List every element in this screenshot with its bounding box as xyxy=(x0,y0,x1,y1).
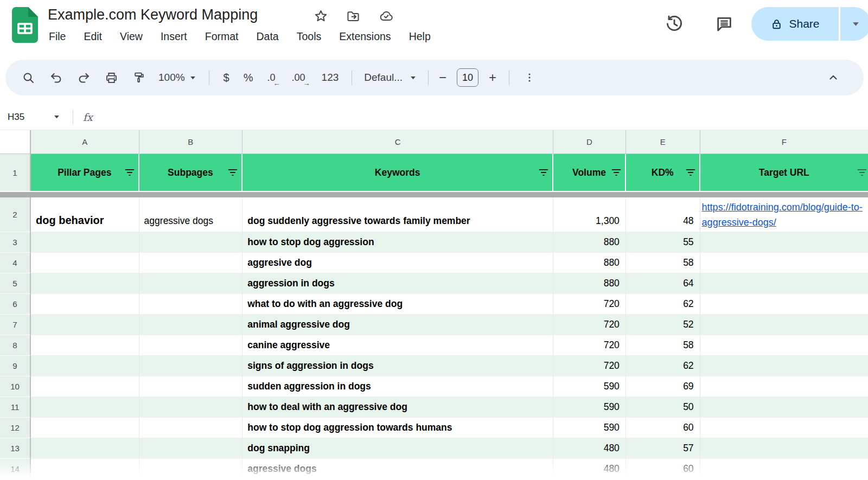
row-header-10[interactable]: 10 xyxy=(0,376,31,397)
cell-A11[interactable] xyxy=(31,397,139,418)
cell-B9[interactable] xyxy=(139,356,243,376)
frozen-row-divider[interactable] xyxy=(0,192,868,197)
cell-C9[interactable]: signs of aggression in dogs xyxy=(242,356,553,376)
format-percent-button[interactable]: % xyxy=(244,72,253,84)
column-header-c[interactable]: C xyxy=(242,130,553,154)
font-size-input[interactable]: 10 xyxy=(457,68,478,87)
share-button[interactable]: Share xyxy=(751,7,839,41)
column-header-d[interactable]: D xyxy=(553,130,626,154)
print-icon[interactable] xyxy=(105,71,118,85)
row-header-13[interactable]: 13 xyxy=(0,438,31,459)
menu-extensions[interactable]: Extensions xyxy=(339,30,391,43)
cell-B5[interactable] xyxy=(139,273,243,294)
cell-F14[interactable] xyxy=(700,459,868,479)
cell-C11[interactable]: how to deal with an aggressive dog xyxy=(242,397,553,418)
cell-F11[interactable] xyxy=(700,397,868,418)
font-selector[interactable]: Defaul... xyxy=(364,72,416,84)
row-header-14[interactable]: 14 xyxy=(0,459,31,479)
cell-D14[interactable]: 480 xyxy=(553,459,626,479)
cell-B2[interactable]: aggressive dogs xyxy=(139,197,243,232)
cell-F5[interactable] xyxy=(700,273,868,294)
filter-icon[interactable] xyxy=(686,169,695,177)
name-box[interactable]: H35 xyxy=(0,112,65,123)
cell-C6[interactable]: what to do with an aggressive dog xyxy=(242,294,553,315)
cell-A5[interactable] xyxy=(31,273,139,294)
filter-icon[interactable] xyxy=(857,169,867,177)
cell-E9[interactable]: 62 xyxy=(626,356,700,376)
row-header-11[interactable]: 11 xyxy=(0,397,31,418)
cell-F13[interactable] xyxy=(700,438,868,459)
cell-D4[interactable]: 880 xyxy=(553,253,626,273)
formula-input[interactable] xyxy=(93,104,868,130)
cell-C5[interactable]: aggression in dogs xyxy=(242,273,553,294)
cell-C2[interactable]: dog suddenly aggressive towards family m… xyxy=(242,197,553,232)
cell-F10[interactable] xyxy=(700,376,868,397)
header-cell-pillar-pages[interactable]: Pillar Pages xyxy=(31,154,139,191)
more-options-icon[interactable] xyxy=(524,72,535,84)
menu-edit[interactable]: Edit xyxy=(84,30,102,43)
cell-B8[interactable] xyxy=(139,335,243,356)
column-header-e[interactable]: E xyxy=(626,130,700,154)
cell-F6[interactable] xyxy=(700,294,868,315)
google-sheets-logo[interactable] xyxy=(12,7,38,43)
header-cell-volume[interactable]: Volume xyxy=(553,154,626,191)
cell-E4[interactable]: 58 xyxy=(626,253,700,273)
cell-B13[interactable] xyxy=(139,438,243,459)
cell-A8[interactable] xyxy=(31,335,139,356)
header-cell-target-url[interactable]: Target URL xyxy=(700,154,868,191)
cell-E10[interactable]: 69 xyxy=(626,376,700,397)
row-header-5[interactable]: 5 xyxy=(0,273,31,294)
cell-B14[interactable] xyxy=(139,459,243,479)
menu-view[interactable]: View xyxy=(120,30,143,43)
decrease-font-size-button[interactable]: − xyxy=(437,70,448,85)
cell-C8[interactable]: canine aggressive xyxy=(242,335,553,356)
menu-data[interactable]: Data xyxy=(257,30,279,43)
menu-insert[interactable]: Insert xyxy=(161,30,187,43)
cell-F9[interactable] xyxy=(700,356,868,376)
column-header-a[interactable]: A xyxy=(31,130,139,154)
filter-icon[interactable] xyxy=(125,169,135,177)
cell-B10[interactable] xyxy=(139,376,243,397)
cell-A12[interactable] xyxy=(31,418,139,438)
cell-D12[interactable]: 590 xyxy=(553,418,626,438)
cell-E5[interactable]: 64 xyxy=(626,273,700,294)
cell-C3[interactable]: how to stop dog aggression xyxy=(242,232,553,253)
column-header-f[interactable]: F xyxy=(700,130,868,154)
cell-D5[interactable]: 880 xyxy=(553,273,626,294)
search-icon[interactable] xyxy=(22,71,35,85)
select-all-corner[interactable] xyxy=(0,130,31,154)
paint-format-icon[interactable] xyxy=(132,71,145,84)
cell-A4[interactable] xyxy=(31,253,139,273)
cell-A3[interactable] xyxy=(31,232,139,253)
row-header-9[interactable]: 9 xyxy=(0,356,31,376)
cell-B11[interactable] xyxy=(139,397,243,418)
number-format-button[interactable]: 123 xyxy=(322,72,339,84)
cell-F8[interactable] xyxy=(700,335,868,356)
row-header-8[interactable]: 8 xyxy=(0,335,31,356)
filter-icon[interactable] xyxy=(611,169,621,177)
row-header-1[interactable]: 1 xyxy=(0,154,31,191)
column-header-b[interactable]: B xyxy=(139,130,243,154)
collapse-toolbar-icon[interactable] xyxy=(827,71,840,84)
menu-tools[interactable]: Tools xyxy=(297,30,322,43)
target-url-link[interactable]: https://fidotraining.com/blog/​guide-to-… xyxy=(702,200,867,230)
format-currency-button[interactable]: $ xyxy=(224,72,229,84)
increase-decimal-button[interactable]: .00→ xyxy=(292,72,305,84)
cell-C14[interactable]: agressive dogs xyxy=(242,459,553,479)
cell-C12[interactable]: how to stop dog aggression towards human… xyxy=(242,418,553,438)
cell-D7[interactable]: 720 xyxy=(553,315,626,335)
header-cell-keywords[interactable]: Keywords xyxy=(242,154,553,191)
decrease-decimal-button[interactable]: .0← xyxy=(267,72,276,84)
cell-A13[interactable] xyxy=(31,438,139,459)
cell-E14[interactable]: 60 xyxy=(626,459,700,479)
zoom-selector[interactable]: 100% xyxy=(158,72,196,84)
cell-A2[interactable]: dog behavior xyxy=(31,197,139,232)
row-header-7[interactable]: 7 xyxy=(0,315,31,335)
filter-icon[interactable] xyxy=(228,169,238,177)
cell-C13[interactable]: dog snapping xyxy=(242,438,553,459)
move-folder-icon[interactable] xyxy=(346,9,361,23)
cell-E8[interactable]: 58 xyxy=(626,335,700,356)
cell-C7[interactable]: animal aggressive dog xyxy=(242,315,553,335)
cell-A7[interactable] xyxy=(31,315,139,335)
cell-A14[interactable] xyxy=(31,459,139,479)
